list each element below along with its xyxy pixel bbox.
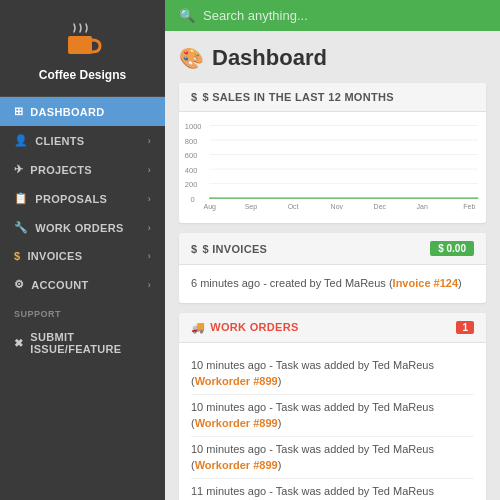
sidebar-item-work-orders[interactable]: 🔧 Work Orders ›: [0, 213, 165, 242]
invoice-link[interactable]: Invoice #124: [393, 277, 458, 289]
sidebar-item-account[interactable]: ⚙ Account ›: [0, 270, 165, 299]
clients-icon: 👤: [14, 134, 28, 147]
projects-icon: ✈: [14, 163, 23, 176]
svg-rect-0: [68, 36, 92, 54]
invoices-badge: $ 0.00: [430, 241, 474, 256]
sidebar-item-dashboard[interactable]: ⊞ Dashboard: [0, 97, 165, 126]
work-orders-badge: 1: [456, 321, 474, 334]
svg-text:0: 0: [190, 195, 194, 204]
work-order-entry: 10 minutes ago - Task was added by Ted M…: [191, 437, 474, 479]
invoice-entry: 6 minutes ago - created by Ted MaReus (I…: [191, 275, 474, 293]
svg-text:Dec: Dec: [374, 203, 387, 210]
search-icon: 🔍: [179, 8, 195, 23]
invoices-card: $ $ Invoices $ 0.00 6 minutes ago - crea…: [179, 233, 486, 303]
svg-text:Oct: Oct: [288, 203, 299, 210]
sidebar-item-label: Proposals: [35, 193, 107, 205]
work-orders-card: 🚚 Work Orders 1 10 minutes ago - Task wa…: [179, 313, 486, 500]
submit-issue-icon: ✖: [14, 337, 23, 350]
svg-text:800: 800: [185, 137, 197, 146]
svg-text:600: 600: [185, 151, 197, 160]
work-orders-card-header: 🚚 Work Orders 1: [179, 313, 486, 343]
sidebar: Coffee Designs ⊞ Dashboard 👤 Clients › ✈…: [0, 0, 165, 500]
work-order-entry: 10 minutes ago - Task was added by Ted M…: [191, 395, 474, 437]
workorder-link[interactable]: Workorder #899: [195, 417, 278, 429]
coffee-cup-icon: [61, 18, 105, 62]
page-title: 🎨 Dashboard: [179, 45, 486, 71]
svg-text:200: 200: [185, 180, 197, 189]
chevron-right-icon: ›: [148, 280, 151, 290]
sidebar-item-label: Clients: [35, 135, 84, 147]
invoices-card-header: $ $ Invoices $ 0.00: [179, 233, 486, 265]
svg-text:Sep: Sep: [245, 203, 258, 211]
dashboard-icon: ⊞: [14, 105, 23, 118]
sales-chart-card: $ $ Sales In The Last 12 Months 1000 800…: [179, 83, 486, 223]
workorders-icon: 🔧: [14, 221, 28, 234]
workorder-link[interactable]: Workorder #899: [195, 459, 278, 471]
support-section-label: Support: [0, 299, 165, 323]
chevron-right-icon: ›: [148, 194, 151, 204]
invoices-card-title: $ $ Invoices: [191, 243, 267, 255]
chevron-right-icon: ›: [148, 136, 151, 146]
brand-name: Coffee Designs: [39, 68, 126, 82]
work-order-entry: 10 minutes ago - Task was added by Ted M…: [191, 353, 474, 395]
chevron-right-icon: ›: [148, 251, 151, 261]
main-content: 🔍 🎨 Dashboard $ $ Sales In The Last 12 M…: [165, 0, 500, 500]
palette-icon: 🎨: [179, 46, 204, 70]
sidebar-item-label: Invoices: [27, 250, 82, 262]
account-icon: ⚙: [14, 278, 24, 291]
chevron-right-icon: ›: [148, 223, 151, 233]
sidebar-item-proposals[interactable]: 📋 Proposals ›: [0, 184, 165, 213]
svg-text:Aug: Aug: [204, 203, 217, 211]
sidebar-item-clients[interactable]: 👤 Clients ›: [0, 126, 165, 155]
top-bar: 🔍: [165, 0, 500, 31]
svg-text:Jan: Jan: [417, 203, 428, 210]
work-order-entry: 11 minutes ago - Task was added by Ted M…: [191, 479, 474, 500]
work-orders-card-body: 10 minutes ago - Task was added by Ted M…: [179, 343, 486, 500]
proposals-icon: 📋: [14, 192, 28, 205]
search-input[interactable]: [203, 8, 486, 23]
content-area: 🎨 Dashboard $ $ Sales In The Last 12 Mon…: [165, 31, 500, 500]
sidebar-item-label: Work Orders: [35, 222, 123, 234]
sidebar-item-submit-issue[interactable]: ✖ Submit Issue/Feature: [0, 323, 165, 363]
svg-text:Nov: Nov: [331, 203, 344, 210]
dollar-icon: $: [191, 91, 197, 103]
chevron-right-icon: ›: [148, 165, 151, 175]
sales-chart-title: $ $ Sales In The Last 12 Months: [191, 91, 394, 103]
sales-chart-svg: 1000 800 600 400 200 0 Aug: [183, 120, 482, 220]
svg-text:Feb: Feb: [463, 203, 475, 210]
workorder-link[interactable]: Workorder #899: [195, 375, 278, 387]
work-orders-card-title: 🚚 Work Orders: [191, 321, 299, 334]
sidebar-item-label: Dashboard: [30, 106, 104, 118]
dollar-sign-icon: $: [191, 243, 197, 255]
sidebar-item-label: Account: [31, 279, 88, 291]
invoices-card-body: 6 minutes ago - created by Ted MaReus (I…: [179, 265, 486, 303]
svg-text:1000: 1000: [185, 122, 202, 131]
sidebar-logo: Coffee Designs: [0, 0, 165, 97]
sales-chart-header: $ $ Sales In The Last 12 Months: [179, 83, 486, 112]
sidebar-nav: ⊞ Dashboard 👤 Clients › ✈ Projects › 📋 P…: [0, 97, 165, 500]
svg-text:400: 400: [185, 166, 197, 175]
sales-chart-body: 1000 800 600 400 200 0 Aug: [179, 112, 486, 223]
sidebar-item-projects[interactable]: ✈ Projects ›: [0, 155, 165, 184]
workorders-truck-icon: 🚚: [191, 321, 205, 334]
invoices-icon: $: [14, 250, 20, 262]
sidebar-item-invoices[interactable]: $ Invoices ›: [0, 242, 165, 270]
sidebar-item-label: Submit Issue/Feature: [30, 331, 151, 355]
sidebar-item-label: Projects: [30, 164, 92, 176]
